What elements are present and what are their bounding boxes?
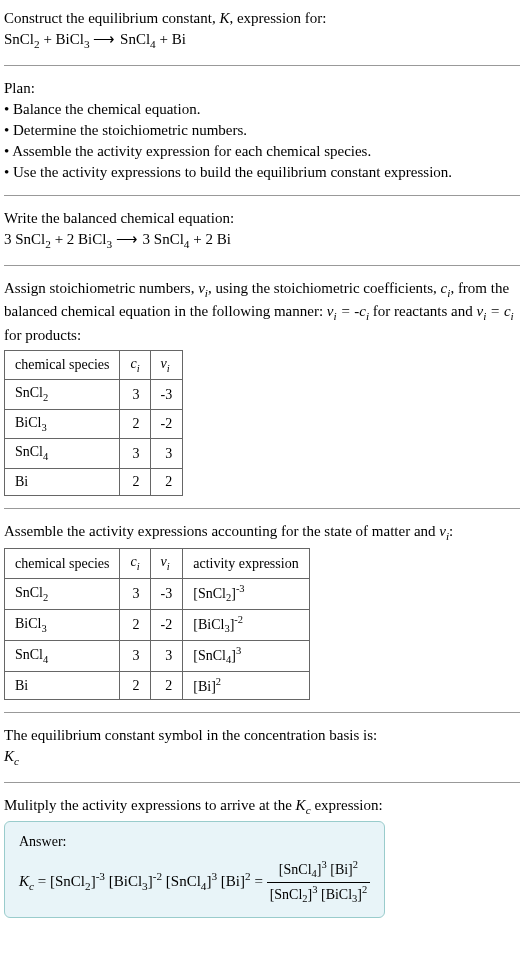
cell-nu: 2 [150,672,183,700]
table-header-row: chemical species ci νi [5,351,183,380]
plan-item: • Determine the stoichiometric numbers. [4,120,520,141]
cell-nu: -3 [150,380,183,409]
stoich-table: chemical species ci νi SnCl2 3 -3 BiCl3 … [4,350,183,496]
multiply-b: expression: [311,797,383,813]
cell-species: Bi [5,468,120,495]
th-species: chemical species [5,351,120,380]
intro-block: Construct the equilibrium constant, K, e… [4,8,520,53]
plan-title: Plan: [4,78,520,99]
cell-species: BiCl3 [5,409,120,438]
cell-species: SnCl4 [5,641,120,672]
table-row: SnCl2 3 -3 [5,380,183,409]
answer-label: Answer: [19,832,370,852]
intro-text-1: Construct the equilibrium constant, [4,10,219,26]
plan-block: Plan: • Balance the chemical equation. •… [4,78,520,183]
multiply-a: Mulitply the activity expressions to arr… [4,797,296,813]
cell-species: SnCl4 [5,439,120,468]
cell-c: 2 [120,468,150,495]
cell-species: SnCl2 [5,380,120,409]
th-nu: νi [150,351,183,380]
balanced-block: Write the balanced chemical equation: 3 … [4,208,520,253]
assign-nu: νi [198,280,208,296]
cell-nu: -2 [150,409,183,438]
th-ci: ci [120,549,150,578]
cell-c: 2 [120,409,150,438]
cell-nu: -3 [150,578,183,609]
cell-c: 3 [120,578,150,609]
multiply-title: Mulitply the activity expressions to arr… [4,795,520,819]
divider [4,712,520,713]
divider [4,508,520,509]
cell-nu: 3 [150,439,183,468]
divider [4,782,520,783]
intro-equation: SnCl2 + BiCl3 ⟶ SnCl4 + Bi [4,29,520,53]
table-row: BiCl3 2 -2 [5,409,183,438]
assign-t5: for products: [4,327,81,343]
assign-rule1: νi = -ci [327,303,369,319]
cell-c: 3 [120,439,150,468]
balanced-equation: 3 SnCl2 + 2 BiCl3 ⟶ 3 SnCl4 + 2 Bi [4,229,520,253]
th-ci: ci [120,351,150,380]
answer-box: Answer: Kc = [SnCl2]-3 [BiCl3]-2 [SnCl4]… [4,821,385,918]
activity-title: Assemble the activity expressions accoun… [4,521,520,545]
assign-t2: , using the stoichiometric coefficients, [208,280,441,296]
activity-block: Assemble the activity expressions accoun… [4,521,520,701]
answer-fraction: [SnCl4]3 [Bi]2 [SnCl2]3 [BiCl3]2 [267,858,371,907]
symbol-kc: Kc [4,746,520,770]
assign-t1: Assign stoichiometric numbers, [4,280,198,296]
intro-line: Construct the equilibrium constant, K, e… [4,8,520,29]
assign-ci: ci [441,280,451,296]
table-row: SnCl4 3 3 [5,439,183,468]
cell-activity: [Bi]2 [183,672,309,700]
balanced-title: Write the balanced chemical equation: [4,208,520,229]
table-row: SnCl4 3 3 [SnCl4]3 [5,641,310,672]
assign-text: Assign stoichiometric numbers, νi, using… [4,278,520,347]
multiply-block: Mulitply the activity expressions to arr… [4,795,520,918]
divider [4,195,520,196]
table-row: BiCl3 2 -2 [BiCl3]-2 [5,609,310,640]
symbol-block: The equilibrium constant symbol in the c… [4,725,520,770]
divider [4,265,520,266]
th-species: chemical species [5,549,120,578]
fraction-denominator: [SnCl2]3 [BiCl3]2 [267,883,371,907]
activity-nu: νi [439,523,449,539]
assign-t4: for reactants and [369,303,476,319]
cell-nu: -2 [150,609,183,640]
divider [4,65,520,66]
multiply-kc: Kc [296,797,311,813]
cell-species: SnCl2 [5,578,120,609]
intro-k: K [219,10,229,26]
plan-item: • Balance the chemical equation. [4,99,520,120]
cell-activity: [SnCl4]3 [183,641,309,672]
th-nu: νi [150,549,183,578]
cell-c: 3 [120,641,150,672]
fraction-numerator: [SnCl4]3 [Bi]2 [267,858,371,883]
activity-title-b: : [449,523,453,539]
cell-nu: 3 [150,641,183,672]
symbol-title: The equilibrium constant symbol in the c… [4,725,520,746]
cell-species: Bi [5,672,120,700]
assign-block: Assign stoichiometric numbers, νi, using… [4,278,520,496]
cell-c: 3 [120,380,150,409]
cell-activity: [SnCl2]-3 [183,578,309,609]
activity-title-a: Assemble the activity expressions accoun… [4,523,439,539]
cell-activity: [BiCl3]-2 [183,609,309,640]
intro-text-1b: , expression for: [229,10,326,26]
th-activity: activity expression [183,549,309,578]
cell-c: 2 [120,672,150,700]
plan-item: • Assemble the activity expression for e… [4,141,520,162]
cell-nu: 2 [150,468,183,495]
table-row: Bi 2 2 [Bi]2 [5,672,310,700]
table-header-row: chemical species ci νi activity expressi… [5,549,310,578]
activity-table: chemical species ci νi activity expressi… [4,548,310,700]
cell-c: 2 [120,609,150,640]
cell-species: BiCl3 [5,609,120,640]
table-row: SnCl2 3 -3 [SnCl2]-3 [5,578,310,609]
assign-rule2: νi = ci [477,303,514,319]
plan-item: • Use the activity expressions to build … [4,162,520,183]
table-row: Bi 2 2 [5,468,183,495]
answer-equation: Kc = [SnCl2]-3 [BiCl3]-2 [SnCl4]3 [Bi]2 … [19,858,370,907]
